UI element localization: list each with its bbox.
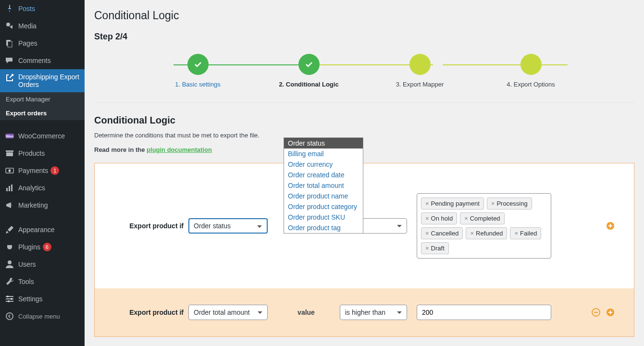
check-icon <box>298 54 320 75</box>
remove-tag-icon[interactable]: × <box>425 215 429 222</box>
tag-label: Draft <box>431 245 445 252</box>
status-tag[interactable]: ×Failed <box>510 227 541 239</box>
sidebar-item-label: Tools <box>18 278 34 285</box>
remove-tag-icon[interactable]: × <box>425 200 429 207</box>
status-tag[interactable]: ×Cancelled <box>421 227 463 239</box>
sidebar-item-label: WooCommerce <box>18 132 65 140</box>
dropdown-option[interactable]: Order total amount <box>284 180 363 191</box>
svg-rect-11 <box>11 185 12 191</box>
dropdown-option[interactable]: Order product tag <box>284 222 363 233</box>
collapse-menu[interactable]: Collapse menu <box>0 308 85 325</box>
megaphone-icon <box>5 200 14 210</box>
sidebar-item-settings[interactable]: Settings <box>0 290 85 308</box>
condition-operator-select[interactable]: is higher than <box>340 305 407 320</box>
status-tag[interactable]: ×Processing <box>487 198 532 210</box>
status-tag[interactable]: ×Draft <box>421 242 449 254</box>
dropdown-option[interactable]: Order status <box>284 138 363 148</box>
svg-rect-6 <box>6 152 13 156</box>
tag-label: Refunded <box>476 230 503 237</box>
plug-icon <box>5 242 14 252</box>
remove-condition-button[interactable] <box>592 308 600 317</box>
badge-plugins: 6 <box>43 243 51 251</box>
sidebar-item-plugins[interactable]: Plugins 6 <box>0 238 85 256</box>
sidebar-item-marketing[interactable]: Marketing <box>0 197 85 214</box>
remove-tag-icon[interactable]: × <box>464 215 468 222</box>
tag-label: Completed <box>470 215 500 222</box>
sidebar-item-label: Analytics <box>18 184 45 192</box>
wrench-icon <box>5 277 14 286</box>
condition-field-select[interactable]: Order status <box>188 218 268 234</box>
dropdown-option[interactable]: Order created date <box>284 170 363 180</box>
condition-row-2: Export product if Order total amount val… <box>95 288 634 336</box>
woo-icon: Woo <box>5 131 14 141</box>
dropdown-option[interactable]: Order product SKU <box>284 212 363 222</box>
svg-text:$: $ <box>9 169 11 172</box>
readmore-link[interactable]: plugin documentation <box>147 146 212 153</box>
external-icon <box>5 73 14 83</box>
media-icon <box>5 21 14 31</box>
collapse-label: Collapse menu <box>18 313 60 320</box>
sidebar-item-pages[interactable]: Pages <box>0 35 85 52</box>
condition-row-label: Export product if <box>114 222 184 230</box>
sidebar-item-users[interactable]: Users <box>0 256 85 273</box>
sidebar-item-payments[interactable]: $ Payments 1 <box>0 162 85 179</box>
step-3[interactable]: 3. Export Mapper <box>364 54 475 88</box>
svg-point-17 <box>11 298 12 300</box>
sidebar-item-label: Media <box>18 22 37 30</box>
dropdown-option[interactable]: Order product name <box>284 191 363 201</box>
sidebar-item-label: Pages <box>18 39 37 47</box>
sidebar-item-woocommerce[interactable]: Woo WooCommerce <box>0 127 85 145</box>
badge-payments: 1 <box>50 166 59 175</box>
add-condition-button[interactable] <box>606 308 615 317</box>
sidebar-submenu: Export Manager Export orders <box>0 92 85 120</box>
status-tag[interactable]: ×On hold <box>421 212 457 224</box>
step-bubble-pending <box>409 54 431 75</box>
pages-icon <box>5 38 14 48</box>
sidebar-item-tools[interactable]: Tools <box>0 273 85 290</box>
step-1[interactable]: 1. Basic settings <box>142 54 253 88</box>
sidebar-item-comments[interactable]: Comments <box>0 52 85 69</box>
submenu-export-orders[interactable]: Export orders <box>0 106 85 120</box>
step-2[interactable]: 2. Conditional Logic <box>253 54 364 88</box>
step-4[interactable]: 4. Export Options <box>475 54 586 88</box>
stepper: 1. Basic settings 2. Conditional Logic 3… <box>94 54 634 88</box>
remove-tag-icon[interactable]: × <box>514 230 518 237</box>
sidebar-item-media[interactable]: Media <box>0 17 85 35</box>
select-value: Order total amount <box>194 309 250 316</box>
sidebar-item-products[interactable]: Products <box>0 145 85 162</box>
condition-field-select[interactable]: Order total amount <box>188 305 268 320</box>
svg-rect-5 <box>6 150 13 152</box>
svg-point-12 <box>8 260 12 264</box>
tag-label: Cancelled <box>431 230 459 237</box>
sidebar-item-dropshipping[interactable]: Dropshipping Export Orders <box>0 69 85 92</box>
remove-tag-icon[interactable]: × <box>491 200 495 207</box>
archive-icon <box>5 148 14 158</box>
sidebar-item-label: Products <box>18 149 45 157</box>
condition-value-tags[interactable]: ×Pending payment×Processing×On hold×Comp… <box>417 193 551 259</box>
status-tag[interactable]: ×Completed <box>460 212 504 224</box>
value-label: value <box>287 309 325 316</box>
condition-value-input[interactable] <box>417 305 551 320</box>
dropdown-option[interactable]: Billing email <box>284 148 363 159</box>
readmore-prefix: Read more in the <box>94 146 147 153</box>
step-label: 2. Conditional Logic <box>279 81 338 88</box>
sidebar-item-label: Users <box>18 260 36 268</box>
status-tag[interactable]: ×Refunded <box>466 227 507 239</box>
dropdown-option[interactable]: Order product category <box>284 201 363 212</box>
remove-tag-icon[interactable]: × <box>425 245 429 252</box>
step-label: 1. Basic settings <box>175 81 221 88</box>
sidebar-item-appearance[interactable]: Appearance <box>0 221 85 238</box>
svg-rect-10 <box>9 186 10 191</box>
add-condition-button[interactable] <box>606 222 615 230</box>
remove-tag-icon[interactable]: × <box>425 230 429 237</box>
section-subtitle: Conditional Logic <box>94 115 634 126</box>
status-tag[interactable]: ×Pending payment <box>421 198 484 210</box>
submenu-export-manager[interactable]: Export Manager <box>0 92 85 106</box>
field-dropdown[interactable]: Order statusBilling emailOrder currencyO… <box>284 137 363 234</box>
sidebar-item-analytics[interactable]: Analytics <box>0 179 85 197</box>
svg-point-19 <box>6 313 13 320</box>
svg-text:Woo: Woo <box>6 135 13 138</box>
dropdown-option[interactable]: Order currency <box>284 159 363 170</box>
remove-tag-icon[interactable]: × <box>470 230 474 237</box>
sidebar-item-posts[interactable]: Posts <box>0 0 85 17</box>
